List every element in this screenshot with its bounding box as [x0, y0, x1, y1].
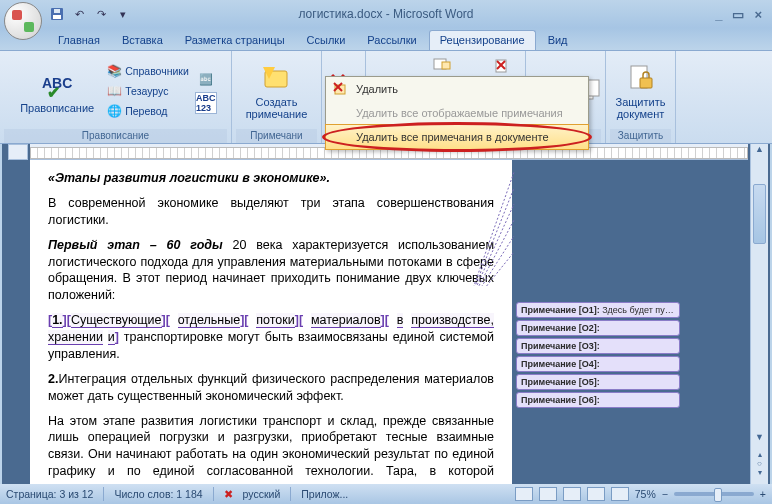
- tab-view[interactable]: Вид: [538, 31, 578, 50]
- research-button[interactable]: 📚Справочники: [104, 62, 191, 80]
- tab-mailings[interactable]: Рассылки: [357, 31, 426, 50]
- comment-balloon[interactable]: Примечание [О2]:: [516, 320, 680, 336]
- delete-x-icon: [332, 81, 348, 97]
- comments-pane: Примечание [О1]: Здесь будет пункт 1 При…: [512, 160, 684, 484]
- comment-balloon[interactable]: Примечание [О6]:: [516, 392, 680, 408]
- prev-page-icon[interactable]: ▴: [758, 450, 762, 459]
- status-language[interactable]: русский: [243, 488, 281, 500]
- document-page[interactable]: «Этапы развития логистики в экономике». …: [30, 160, 512, 484]
- svg-rect-14: [442, 62, 450, 69]
- svg-line-36: [464, 220, 514, 286]
- doc-paragraph: 2.2.Интеграция отдельных функций физичес…: [48, 371, 494, 405]
- zoom-out-button[interactable]: −: [662, 488, 668, 500]
- restore-button[interactable]: ▭: [732, 7, 744, 22]
- doc-paragraph: Первый этап – 60 годы 20 века характериз…: [48, 237, 494, 305]
- doc-paragraph-commented: [1.][Существующие][ отдельные][ потоки][…: [48, 312, 494, 363]
- vertical-scrollbar[interactable]: ▲ ▼ ▴○▾: [750, 144, 768, 484]
- comment-balloon[interactable]: Примечание [О4]:: [516, 356, 680, 372]
- translate-button[interactable]: 🌐Перевод: [104, 102, 191, 120]
- doc-heading: «Этапы развития логистики в экономике».: [48, 170, 494, 187]
- protect-document-button[interactable]: Защитить документ: [610, 60, 672, 122]
- tab-layout[interactable]: Разметка страницы: [175, 31, 295, 50]
- qat-save-icon[interactable]: [48, 5, 66, 23]
- menu-delete[interactable]: Удалить: [326, 77, 588, 101]
- qat-dropdown-icon[interactable]: ▾: [114, 5, 132, 23]
- menu-delete-shown: Удалить все отображаемые примечания: [326, 101, 588, 125]
- svg-line-33: [464, 172, 514, 286]
- tab-references[interactable]: Ссылки: [297, 31, 356, 50]
- thesaurus-button[interactable]: 📖Тезаурус: [104, 82, 191, 100]
- view-print-layout-button[interactable]: [515, 487, 533, 501]
- tab-insert[interactable]: Вставка: [112, 31, 173, 50]
- scroll-up-icon[interactable]: ▲: [751, 144, 768, 160]
- proofing-status-icon[interactable]: ✖: [224, 488, 233, 500]
- ruler-toggle-button[interactable]: [8, 144, 28, 160]
- svg-rect-1: [53, 15, 61, 19]
- protect-label: Защитить документ: [616, 96, 666, 120]
- svg-rect-29: [640, 78, 652, 88]
- qat-redo-icon[interactable]: ↷: [92, 5, 110, 23]
- new-comment-icon: [260, 62, 292, 94]
- comment-connectors: [464, 166, 516, 286]
- menu-delete-shown-label: Удалить все отображаемые примечания: [356, 107, 563, 119]
- svg-line-37: [464, 236, 514, 286]
- view-web-layout-button[interactable]: [563, 487, 581, 501]
- lock-document-icon: [625, 62, 657, 94]
- word-count-button[interactable]: ABC123: [195, 92, 217, 114]
- zoom-slider[interactable]: [674, 492, 754, 496]
- new-comment-label: Создать примечание: [246, 96, 308, 120]
- menu-delete-all[interactable]: Удалить все примечания в документе: [325, 124, 589, 150]
- doc-paragraph: В современной экономике выделяют три эта…: [48, 195, 494, 229]
- menu-delete-all-label: Удалить все примечания в документе: [356, 131, 549, 143]
- spelling-button[interactable]: ABC✔ Правописание: [14, 66, 100, 116]
- svg-line-38: [464, 252, 514, 286]
- books-icon: 📚: [106, 63, 122, 79]
- close-button[interactable]: ×: [754, 7, 762, 22]
- svg-line-35: [464, 204, 514, 286]
- zoom-in-button[interactable]: +: [760, 488, 766, 500]
- status-page[interactable]: Страница: 3 из 12: [6, 488, 93, 500]
- group-comments-label: Примечани: [236, 129, 317, 143]
- view-draft-button[interactable]: [611, 487, 629, 501]
- balloons-button[interactable]: [431, 54, 453, 76]
- group-protect-label: Защитить: [610, 129, 671, 143]
- thesaurus-label: Тезаурус: [125, 85, 168, 97]
- doc-paragraph: На этом этапе развития логистики транспо…: [48, 413, 494, 485]
- menu-delete-label: Удалить: [356, 83, 398, 95]
- zoom-level[interactable]: 75%: [635, 488, 656, 500]
- status-word-count[interactable]: Число слов: 1 184: [114, 488, 202, 500]
- view-full-screen-button[interactable]: [539, 487, 557, 501]
- new-comment-button[interactable]: Создать примечание: [240, 60, 314, 122]
- svg-line-34: [464, 188, 514, 286]
- tab-review[interactable]: Рецензирование: [429, 30, 536, 50]
- minimize-button[interactable]: _: [715, 7, 722, 22]
- abc-check-icon: ABC✔: [41, 68, 73, 100]
- next-page-icon[interactable]: ▾: [758, 468, 762, 477]
- window-title: логистика.docx - Microsoft Word: [298, 7, 473, 21]
- comment-balloon[interactable]: Примечание [О5]:: [516, 374, 680, 390]
- comment-balloon[interactable]: Примечание [О1]: Здесь будет пункт 1: [516, 302, 680, 318]
- delete-comment-menu: Удалить Удалить все отображаемые примеча…: [325, 76, 589, 150]
- scroll-thumb[interactable]: [753, 184, 766, 244]
- spelling-label: Правописание: [20, 102, 94, 114]
- comment-balloon[interactable]: Примечание [О3]:: [516, 338, 680, 354]
- globe-icon: 🌐: [106, 103, 122, 119]
- research-label: Справочники: [125, 65, 189, 77]
- view-outline-button[interactable]: [587, 487, 605, 501]
- status-attachments[interactable]: Прилож...: [301, 488, 348, 500]
- office-button[interactable]: [4, 2, 42, 40]
- qat-undo-icon[interactable]: ↶: [70, 5, 88, 23]
- set-language-button[interactable]: 🔤: [195, 68, 217, 90]
- translate-label: Перевод: [125, 105, 167, 117]
- svg-rect-2: [54, 9, 60, 13]
- thesaurus-icon: 📖: [106, 83, 122, 99]
- browse-object-icon[interactable]: ○: [757, 459, 762, 468]
- reject-button[interactable]: [491, 54, 513, 76]
- tab-home[interactable]: Главная: [48, 31, 110, 50]
- scroll-down-icon[interactable]: ▼: [751, 432, 768, 448]
- group-proofing-label: Правописание: [4, 129, 227, 143]
